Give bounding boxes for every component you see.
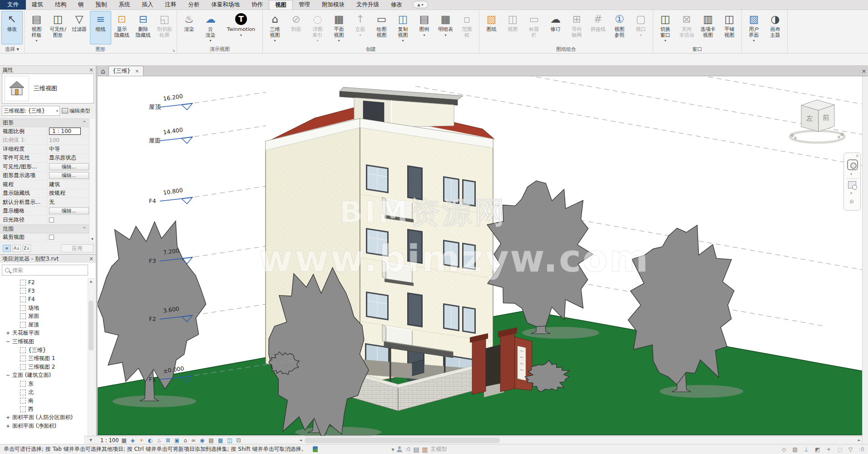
level-annotation-F4[interactable]: 10.800F4 bbox=[149, 186, 266, 204]
property-value[interactable] bbox=[47, 233, 89, 242]
reveal-hidden-elements-icon[interactable]: ◉ bbox=[200, 437, 204, 444]
sort-az-icon[interactable]: A↓ bbox=[13, 245, 21, 252]
search-input[interactable]: 搜索 bbox=[2, 265, 88, 276]
ribbon-button-修订[interactable]: ☁修订 bbox=[545, 11, 566, 44]
ribbon-button-剖切面轮廓[interactable]: ◱剖切面 轮廓 bbox=[154, 11, 175, 44]
tree-item-屋顶[interactable]: 屋顶 bbox=[0, 321, 88, 329]
drawing-canvas[interactable]: 16.200屋顶14.400屋面10.800F47.200F33.600F2±0… bbox=[98, 76, 862, 436]
property-value[interactable]: 编辑... bbox=[47, 207, 89, 216]
checkbox[interactable] bbox=[49, 235, 54, 240]
ribbon-button-平铺视图[interactable]: ◫平铺 视图 bbox=[719, 11, 740, 44]
ribbon-tab-文件升级[interactable]: 文件升级 bbox=[350, 0, 385, 10]
analytical-model-icon[interactable]: ▩ bbox=[218, 437, 223, 444]
property-value[interactable]: 按规程 bbox=[47, 189, 89, 198]
shadows-icon[interactable]: ◐ bbox=[148, 437, 153, 444]
level-annotation-屋顶[interactable]: 16.200屋顶 bbox=[149, 92, 266, 110]
ribbon-button-渲染[interactable]: ♨渲染 bbox=[178, 11, 200, 44]
sun-path-icon[interactable]: ☀ bbox=[139, 437, 144, 444]
visual-style-icon[interactable]: ◈ bbox=[131, 437, 135, 444]
browser-scroll-corner[interactable]: ▼ bbox=[84, 436, 98, 444]
ribbon-tab-分析[interactable]: 分析 bbox=[182, 0, 206, 10]
ribbon-button-可见性/图形[interactable]: ◫可见性/ 图形 bbox=[47, 11, 69, 44]
chevron-down-icon[interactable]: ▾ bbox=[850, 191, 852, 195]
ribbon-button-删除隐藏线[interactable]: ⊟删除 隐藏线 bbox=[133, 11, 154, 44]
ribbon-button-复制视图[interactable]: ◫复制 视图▾ bbox=[392, 11, 414, 44]
temporary-view-properties-icon[interactable]: ▤ bbox=[209, 437, 214, 444]
communication-icon[interactable] bbox=[313, 446, 318, 452]
active-view-tab[interactable]: {三维} × bbox=[108, 66, 143, 76]
ribbon-tab-预制[interactable]: 预制 bbox=[90, 0, 113, 10]
ribbon-tab-注释[interactable]: 注释 bbox=[159, 0, 182, 10]
tree-item-{三维}[interactable]: {三维} bbox=[0, 346, 88, 355]
ribbon-button-标题栏[interactable]: ▭标题 栏 bbox=[523, 11, 545, 44]
ribbon-button-修改[interactable]: ↖修改 bbox=[1, 11, 23, 44]
ribbon-button-平面视图[interactable]: ▦平面 视图▾ bbox=[328, 11, 350, 44]
show-constraints-icon[interactable]: ⊡ bbox=[237, 437, 241, 444]
ribbon-button-Twinmotion[interactable]: TTwinmotion▾ bbox=[221, 11, 261, 44]
file-menu-button[interactable]: 文件 bbox=[0, 0, 26, 10]
ribbon-tab-插入[interactable]: 插入 bbox=[136, 0, 159, 10]
close-icon[interactable]: × bbox=[89, 67, 94, 73]
ribbon-button-过滤器[interactable]: ▽过滤器 bbox=[69, 11, 90, 44]
property-value[interactable]: 编辑... bbox=[47, 163, 89, 171]
ribbon-button-范围框[interactable]: ▫范围 框 bbox=[456, 11, 478, 44]
crop-view-icon[interactable]: ⊠ bbox=[166, 437, 170, 444]
ribbon-tab-建筑[interactable]: 建筑 bbox=[26, 0, 49, 10]
ribbon-tab-修改[interactable]: 修改 bbox=[385, 0, 408, 10]
collapse-navbar-icon[interactable]: ⊖ bbox=[849, 198, 854, 205]
ribbon-tab-钢[interactable]: 钢 bbox=[72, 0, 90, 10]
ribbon-button-云渲染[interactable]: ☁云 渲染▾ bbox=[200, 11, 221, 44]
browser-scrollbar[interactable]: ▲ ▼ bbox=[88, 278, 94, 443]
tab-strip-close-icon[interactable]: × bbox=[862, 68, 866, 74]
ribbon-button-用户界面[interactable]: ▨用户 界面▾ bbox=[743, 11, 764, 44]
expander-icon[interactable]: + bbox=[6, 330, 10, 336]
horizontal-scrollbar[interactable]: ◄ ► bbox=[297, 436, 862, 444]
tree-item-立面 (建筑立面)[interactable]: −立面 (建筑立面) bbox=[0, 371, 88, 380]
tree-item-F2[interactable]: F2 bbox=[0, 278, 88, 287]
ribbon-button-明细表[interactable]: ▦明细表▾ bbox=[435, 11, 456, 44]
tree-item-北[interactable]: 北 bbox=[0, 388, 88, 397]
ribbon-button-切换窗口[interactable]: ◫切换 窗口▾ bbox=[655, 11, 676, 44]
instance-selector[interactable]: 三维视图: {三维}▾ bbox=[2, 106, 60, 116]
chevron-down-icon[interactable]: ▾ bbox=[391, 446, 394, 453]
ribbon-tab-结构[interactable]: 结构 bbox=[49, 0, 72, 10]
edit-button[interactable]: 编辑... bbox=[49, 207, 89, 214]
scale-button[interactable]: 1 : 100 bbox=[100, 437, 118, 444]
tree-item-三维视图 1[interactable]: 三维视图 1 bbox=[0, 354, 88, 363]
tree-item-东[interactable]: 东 bbox=[0, 380, 88, 388]
ribbon-button-视口[interactable]: ▢视口▾ bbox=[630, 11, 651, 44]
tree-item-场地[interactable]: 场地 bbox=[0, 304, 88, 312]
ribbon-button-视图样板[interactable]: ▤视图 样板▾ bbox=[26, 11, 47, 44]
ribbon-button-详图索引[interactable]: ◌详图 索引▾ bbox=[307, 11, 328, 44]
worksets-icon[interactable]: ▤ bbox=[413, 446, 419, 453]
unlock-3d-view-icon[interactable]: ⌂ bbox=[183, 437, 187, 444]
ribbon-tab-系统[interactable]: 系统 bbox=[113, 0, 136, 10]
sort-za-icon[interactable]: Z↓ bbox=[23, 245, 31, 252]
ribbon-tab-附加模块[interactable]: 附加模块 bbox=[316, 0, 350, 10]
scroll-left-icon[interactable]: ◄ bbox=[299, 438, 302, 442]
dialog-launcher-icon[interactable]: ↘ bbox=[172, 48, 175, 53]
ribbon-tab-管理[interactable]: 管理 bbox=[293, 0, 316, 10]
property-value[interactable]: 100 bbox=[47, 136, 89, 145]
chevron-down-icon[interactable]: ▾ bbox=[850, 172, 852, 176]
right-scroll-strip[interactable] bbox=[862, 76, 868, 444]
ribbon-button-三维视图[interactable]: ⌂三维 视图▾ bbox=[264, 11, 286, 44]
ribbon-button-图纸[interactable]: ▧图纸 bbox=[481, 11, 502, 44]
tree-item-面积平面 (人防分区面积)[interactable]: +面积平面 (人防分区面积) bbox=[0, 414, 88, 422]
zoom-icon[interactable] bbox=[848, 181, 856, 188]
tree-item-F4[interactable]: F4 bbox=[0, 295, 88, 304]
property-value[interactable]: 1 : 100 bbox=[47, 127, 89, 136]
tree-item-南[interactable]: 南 bbox=[0, 396, 88, 405]
close-icon[interactable]: × bbox=[855, 153, 859, 158]
design-options-icon[interactable]: ▥ bbox=[422, 446, 428, 453]
tree-item-面积平面 (净面积)[interactable]: +面积平面 (净面积) bbox=[0, 422, 88, 430]
ribbon-button-细线[interactable]: ≡细线 bbox=[90, 11, 111, 44]
ribbon-display-toggle[interactable]: ▲▾ bbox=[413, 1, 428, 8]
tree-item-三维视图 2[interactable]: 三维视图 2 bbox=[0, 363, 88, 371]
ribbon-tab-协作[interactable]: 协作 bbox=[246, 0, 269, 10]
tree-item-F3[interactable]: F3 bbox=[0, 287, 88, 296]
show-crop-icon[interactable]: ▣ bbox=[174, 437, 179, 444]
close-icon[interactable]: × bbox=[135, 68, 139, 74]
properties-scrollbar[interactable]: ▼ bbox=[89, 118, 95, 242]
scroll-right-icon[interactable]: ► bbox=[858, 438, 861, 442]
